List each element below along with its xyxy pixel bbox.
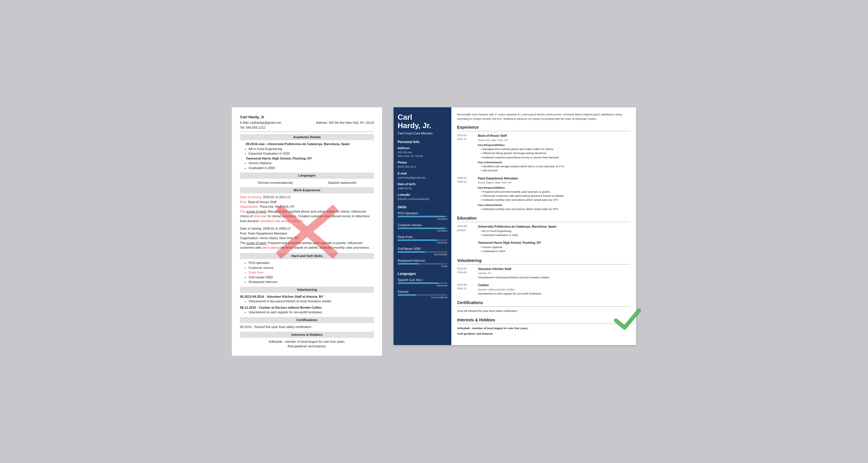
volunteering-section: Volunteering 2013-052014-09 Volunteer Ki… bbox=[457, 258, 630, 296]
vol-right-entry-2: 2010-08 -2010-11 Cashier Doctors without… bbox=[457, 283, 630, 296]
left-tel: Tel: 646-555-1212 bbox=[240, 125, 374, 130]
main-container: Carl Hardy, Jr E-Mail: carlhardyjr@gmail… bbox=[232, 107, 636, 356]
work-entry-2: Date of Joining: 2008-01 to 2009-12 Post… bbox=[240, 226, 374, 250]
skill-customer-service: Customer Service Excellent bbox=[398, 223, 447, 232]
edu-entry-2: Townsend Harris High School, Flushing, N… bbox=[457, 240, 630, 253]
vol-right-entry-1: 2013-052014-09 Volunteer Kitchen Staff A… bbox=[457, 267, 630, 279]
cert-right-entry: 2016-08 Passed five-year food safety cer… bbox=[457, 309, 630, 313]
sidebar-dob: Date of birth 1989-04-02 bbox=[398, 182, 447, 190]
education-title: Education bbox=[457, 215, 630, 222]
cert-title: Certifications bbox=[457, 300, 630, 307]
summary: Personable crew member with 2+ years exp… bbox=[457, 112, 630, 121]
left-email: E-Mail: carlhardyjr@gmail.com bbox=[240, 121, 281, 125]
exp-entry-2: 2008-01 -2009-12 Paint Department Attend… bbox=[457, 176, 630, 211]
sidebar-address: Address 350 5th AveNew York, NY 10118 bbox=[398, 146, 447, 158]
right-resume: Carl Hardy, Jr. Fast Food Crew Member Pe… bbox=[394, 107, 636, 345]
skills-section-title: Hard and Soft Skills bbox=[240, 253, 374, 259]
interests-text: Volleyball - member of local league for … bbox=[240, 339, 374, 349]
exp-entry-1: 2010-01 -2011-12 Back-of-House Staff Piz… bbox=[457, 134, 630, 173]
languages-title: Languages bbox=[398, 272, 447, 276]
interests-section: Interests & Hobbies Volleyball - member … bbox=[457, 317, 630, 336]
sidebar-last-name: Hardy, Jr. bbox=[398, 122, 447, 130]
left-contact: E-Mail: carlhardyjr@gmail.com Address: 3… bbox=[240, 121, 374, 125]
interests-section-title: Interests & Hobbies bbox=[240, 332, 374, 338]
cert-entry: 08.2016 - Passed five-year food safety c… bbox=[240, 325, 374, 329]
skills-list: POS operation Customer service Deep frye… bbox=[249, 261, 374, 285]
lang-german: German Conversational bbox=[398, 290, 447, 299]
lang-spanish: Spanish (Lat. Am.) Advanced bbox=[398, 278, 447, 287]
academic-entry-1: 09.2016-now - Universitat Politècnica de… bbox=[240, 142, 374, 156]
experience-title: Experience bbox=[457, 124, 630, 131]
volunteering-section-title: Volunteering bbox=[240, 287, 374, 293]
left-name: Carl Hardy, Jr bbox=[240, 114, 374, 120]
certs-section-title: Certifications bbox=[240, 317, 374, 323]
sidebar: Carl Hardy, Jr. Fast Food Crew Member Pe… bbox=[394, 107, 451, 345]
work-entry-1: Date of Joining: 2010-01 to 2011-12 Post… bbox=[240, 195, 374, 223]
education-section: Education 2016-09 -present Universitat P… bbox=[457, 215, 630, 254]
skill-deep-fryer: Deep Fryer Advanced bbox=[398, 235, 447, 244]
sidebar-first-name: Carl bbox=[398, 113, 447, 122]
languages-row: German (conversational) Spanish (advance… bbox=[240, 180, 374, 185]
work-scope-1: The scope of work: Managed and coached p… bbox=[240, 209, 374, 224]
certifications-section: Certifications 2016-08 Passed five-year … bbox=[457, 300, 630, 313]
personal-info-title: Personal Info bbox=[398, 140, 447, 144]
main-content: Personable crew member with 2+ years exp… bbox=[451, 107, 636, 345]
work-section-title: Work Experience bbox=[240, 187, 374, 193]
volunteering-title: Volunteering bbox=[457, 258, 630, 265]
vol-entry-2: 08-11.2010 - Cashier at Doctors without … bbox=[240, 305, 374, 315]
sidebar-linkedin: LinkedIn linkedin.com/in/carlhardyjr bbox=[398, 193, 447, 201]
left-resume: Carl Hardy, Jr E-Mail: carlhardyjr@gmail… bbox=[232, 107, 382, 356]
interests-right-title: Interests & Hobbies bbox=[457, 317, 630, 324]
experience-section: Experience 2010-01 -2011-12 Back-of-Hous… bbox=[457, 124, 630, 211]
sidebar-job-title: Fast Food Crew Member bbox=[398, 131, 447, 136]
work-scope-2: The scope of work: Prepared and promoted… bbox=[240, 240, 374, 250]
skill-restaurant-intercom: Restaurant Intercom Good bbox=[398, 259, 447, 268]
skills-title: Skills bbox=[398, 205, 447, 209]
languages-section-title: Languages bbox=[240, 172, 374, 178]
sidebar-email: E-mail carlhardyjr@gmail.com bbox=[398, 172, 447, 179]
left-address: Address: 350 5th Ave New York, NY, 10118 bbox=[316, 121, 374, 125]
skill-pos-operation: POS Operation Excellent bbox=[398, 211, 447, 221]
edu-entry-1: 2016-09 -present Universitat Politècnica… bbox=[457, 225, 630, 237]
academic-entry-2: Townsend Harris High School, Flushing, N… bbox=[240, 156, 374, 170]
sidebar-phone: Phone (646) 555-1212 bbox=[398, 161, 447, 168]
vol-entry-1: 05.2013-09.2014 - Volunteer Kitchen Staf… bbox=[240, 294, 374, 304]
skill-grill-master: Grill Master 5000 Intermediate bbox=[398, 247, 447, 256]
sidebar-name-block: Carl Hardy, Jr. Fast Food Crew Member bbox=[398, 113, 447, 136]
academic-section-title: Academic Details bbox=[240, 134, 374, 140]
